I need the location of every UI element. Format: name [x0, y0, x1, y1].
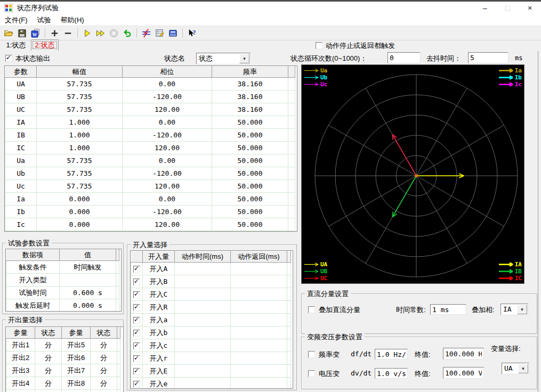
param-value-cell[interactable]: 50.000	[212, 154, 288, 167]
close-button[interactable]: ×	[519, 2, 541, 14]
param-value-cell[interactable]: -120.00	[123, 167, 212, 180]
variable-select-combobox[interactable]: UA ▼	[502, 363, 529, 374]
param-value-cell[interactable]: 57.735	[37, 154, 123, 167]
value-cell[interactable]	[60, 274, 116, 287]
binary-in-checkbox[interactable]	[133, 317, 140, 324]
column-header	[288, 67, 295, 78]
phasor-legend-item-ib: Ib	[498, 74, 522, 80]
state-name-combobox[interactable]: 状态 ▼	[196, 53, 251, 64]
param-value-cell[interactable]: 0.000	[37, 218, 123, 231]
param-value-cell[interactable]: 57.735	[37, 167, 123, 180]
menu-file[interactable]: 文件(F)	[0, 14, 33, 26]
binary-in-checkbox[interactable]	[133, 330, 140, 337]
table-row: 开入c	[131, 339, 291, 352]
run-all-button[interactable]	[94, 27, 107, 39]
output-state-cell[interactable]: 分	[91, 364, 117, 377]
trigger-on-stop-checkbox[interactable]	[316, 42, 322, 49]
volt-change-checkbox[interactable]	[308, 370, 315, 377]
loop-count-input[interactable]	[387, 52, 421, 63]
output-state-cell[interactable]: 分	[35, 364, 62, 377]
param-value-cell[interactable]: 0.00	[123, 193, 212, 206]
param-value-cell[interactable]: 120.00	[123, 142, 212, 154]
binary-in-checkbox[interactable]	[133, 304, 140, 311]
dvdt-input[interactable]	[375, 368, 408, 379]
calculator-icon	[168, 28, 178, 38]
param-value-cell[interactable]: 1.000	[37, 142, 123, 154]
param-value-cell[interactable]: 0.000	[37, 206, 123, 218]
binary-in-checkbox[interactable]	[133, 342, 140, 349]
value-cell[interactable]: 时间触发	[60, 261, 116, 274]
param-value-cell[interactable]: 1.000	[37, 116, 123, 129]
dc-superimpose-checkbox[interactable]	[308, 306, 315, 313]
debounce-input[interactable]	[468, 52, 508, 63]
dfdt-input[interactable]	[375, 349, 408, 360]
menu-help[interactable]: 帮助(H)	[56, 14, 89, 26]
context-help-button[interactable]: ?	[185, 27, 199, 39]
report-edit-button[interactable]	[153, 27, 166, 39]
value-cell[interactable]: 0.000 s	[60, 299, 116, 312]
minimize-button[interactable]: –	[474, 2, 496, 14]
trigger-settings-button[interactable]	[140, 27, 153, 39]
freq-final-input[interactable]	[443, 348, 484, 360]
output-state-cell[interactable]: 分	[91, 377, 117, 390]
param-value-cell[interactable]: 57.735	[37, 78, 123, 91]
binary-in-checkbox[interactable]	[133, 291, 140, 298]
param-value-cell[interactable]: 38.160	[212, 91, 288, 103]
param-value-cell[interactable]: 57.735	[37, 103, 123, 116]
output-state-cell[interactable]: 分	[35, 377, 62, 390]
freq-change-checkbox[interactable]	[308, 351, 315, 358]
param-value-cell[interactable]: 0.00	[123, 78, 212, 91]
menu-test[interactable]: 试验	[33, 14, 56, 26]
param-value-cell[interactable]: 50.000	[212, 193, 288, 206]
undo-button[interactable]	[120, 27, 134, 39]
param-value-cell[interactable]: 38.160	[212, 78, 288, 91]
open-file-button[interactable]	[2, 27, 15, 39]
volt-final-input[interactable]	[443, 367, 484, 379]
binary-in-checkbox[interactable]	[133, 381, 140, 388]
param-value-cell[interactable]: 38.160	[212, 103, 288, 116]
binary-in-checkbox[interactable]	[133, 266, 140, 273]
param-value-cell[interactable]: 50.000	[212, 116, 288, 129]
param-value-cell[interactable]: 0.00	[123, 154, 212, 167]
table-row: 开出3分开出7分	[6, 364, 120, 377]
param-value-cell[interactable]: 50.000	[212, 167, 288, 180]
param-value-cell[interactable]: 1.000	[37, 129, 123, 142]
output-state-cell[interactable]: 分	[91, 352, 117, 364]
output-state-cell[interactable]: 分	[35, 352, 62, 364]
output-state-cell[interactable]: 分	[91, 339, 117, 352]
param-value-cell[interactable]: -120.00	[123, 129, 212, 142]
value-cell[interactable]: 0.600 s	[60, 287, 116, 299]
save-button[interactable]	[15, 27, 29, 39]
state-output-checkbox[interactable]	[5, 55, 12, 62]
param-value-cell[interactable]: -120.00	[123, 91, 212, 103]
binary-in-checkbox[interactable]	[133, 368, 140, 375]
stop-button[interactable]	[107, 27, 120, 39]
param-value-cell[interactable]: 50.000	[212, 142, 288, 154]
binary-in-checkbox[interactable]	[133, 279, 140, 285]
export-word-button[interactable]: W	[29, 27, 42, 39]
param-value-cell[interactable]: -120.00	[123, 206, 212, 218]
param-value-cell[interactable]: 0.000	[37, 193, 123, 206]
param-value-cell[interactable]: 57.735	[37, 91, 123, 103]
calculator-button[interactable]	[166, 27, 180, 39]
param-value-cell[interactable]: 50.000	[212, 180, 288, 193]
remove-state-button[interactable]	[61, 27, 75, 39]
param-value-cell[interactable]: 50.000	[212, 129, 288, 142]
checkbox-cell	[131, 365, 143, 378]
tab-state-2[interactable]: 2:状态	[31, 39, 59, 51]
param-value-cell[interactable]: 57.735	[37, 180, 123, 193]
maximize-button[interactable]: □	[496, 2, 519, 14]
run-button[interactable]	[80, 27, 94, 39]
dc-time-const-input[interactable]	[430, 304, 466, 315]
param-value-cell[interactable]: 120.00	[123, 180, 212, 193]
param-value-cell[interactable]: 50.000	[212, 218, 288, 231]
tab-state-1[interactable]: 1:状态	[2, 39, 30, 51]
binary-in-checkbox[interactable]	[133, 355, 140, 362]
add-state-button[interactable]	[48, 27, 61, 39]
output-state-cell[interactable]: 分	[35, 339, 62, 352]
param-value-cell[interactable]: 0.00	[123, 116, 212, 129]
param-value-cell[interactable]: 50.000	[212, 206, 288, 218]
dc-phase-combobox[interactable]: IA ▼	[500, 304, 528, 315]
param-value-cell[interactable]: 120.00	[123, 103, 212, 116]
param-value-cell[interactable]: 120.00	[123, 218, 212, 231]
